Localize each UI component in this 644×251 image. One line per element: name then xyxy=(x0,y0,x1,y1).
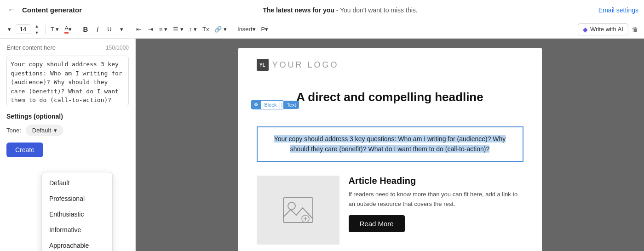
left-panel: Enter content here 150/1000 Settings (op… xyxy=(0,39,136,251)
italic-button[interactable]: I xyxy=(92,23,103,36)
paragraph-label: P xyxy=(261,26,265,33)
tone-chevron-down-icon: ▾ xyxy=(54,127,57,134)
selected-text: Your copy should address 3 key questions… xyxy=(274,135,506,153)
enter-content-label: Enter content here xyxy=(6,44,56,51)
move-handle-icon[interactable]: ✥ xyxy=(251,100,261,109)
badge-separator: | xyxy=(280,100,283,109)
top-bar: ← Content generator The latest news for … xyxy=(0,0,644,20)
logo-row: YL YOUR LOGO xyxy=(257,59,523,71)
canvas-area: YL YOUR LOGO A direct and compelling hea… xyxy=(136,39,644,251)
text-badge: Text xyxy=(283,101,299,109)
selected-text-block[interactable]: Your copy should address 3 key questions… xyxy=(257,126,523,162)
list-button[interactable]: ☰ ▾ xyxy=(171,23,186,36)
panel-title: Content generator xyxy=(22,6,82,14)
toolbar: ▾ ▲ ▼ T ▾ A▾ B I U ▾ ⇤ ⇥ ≡ ▾ ☰ ▾ ↕ ▾ Tx … xyxy=(0,20,644,39)
font-size-control: ▲ ▼ xyxy=(16,23,42,35)
link-button[interactable]: 🔗 ▾ xyxy=(212,23,229,36)
bold-button[interactable]: B xyxy=(80,23,91,36)
clear-format-button[interactable]: Tx xyxy=(200,23,211,36)
article-image xyxy=(257,176,339,245)
block-badge: Block xyxy=(261,100,281,109)
dropdown-item-professional[interactable]: Professional xyxy=(42,191,112,206)
delete-button[interactable]: 🗑 xyxy=(629,23,640,36)
read-more-button[interactable]: Read More xyxy=(349,215,405,232)
email-title: The latest news for you xyxy=(263,6,334,14)
insert-label: Insert xyxy=(237,26,253,33)
dropdown-item-default[interactable]: Default xyxy=(42,175,112,191)
paragraph-button[interactable]: P ▾ xyxy=(259,23,271,36)
underline-button[interactable]: U xyxy=(104,23,115,36)
left-panel-header: Enter content here 150/1000 xyxy=(6,44,129,51)
canvas-header: YL YOUR LOGO xyxy=(238,48,542,86)
email-settings-link[interactable]: Email settings xyxy=(598,6,638,14)
dropdown-item-informative[interactable]: Informative xyxy=(42,222,112,238)
sep-3 xyxy=(130,25,130,34)
article-heading: Article Heading xyxy=(349,176,523,186)
main-layout: Enter content here 150/1000 Settings (op… xyxy=(0,39,644,251)
block-badge-row: ✥ Block | Text xyxy=(251,100,299,109)
toolbar-dropdown-arrow[interactable]: ▾ xyxy=(4,23,15,36)
sep-1 xyxy=(45,25,46,34)
font-size-input[interactable] xyxy=(16,24,30,34)
tone-row: Tone: Default ▾ xyxy=(6,125,129,136)
image-placeholder-icon xyxy=(280,194,316,226)
sep-4 xyxy=(232,25,232,34)
svg-point-1 xyxy=(288,202,295,210)
logo-text: YOUR LOGO xyxy=(272,60,339,70)
align-button[interactable]: ≡ ▾ xyxy=(157,23,170,36)
create-button[interactable]: Create xyxy=(6,143,43,157)
email-canvas: YL YOUR LOGO A direct and compelling hea… xyxy=(238,48,542,251)
tone-dropdown-menu: Default Professional Enthusiastic Inform… xyxy=(41,172,113,251)
dropdown-item-approachable[interactable]: Approachable xyxy=(42,238,112,251)
indent-increase-button[interactable]: ⇥ xyxy=(145,23,156,36)
write-ai-button[interactable]: ◆ Write with AI xyxy=(578,23,628,35)
write-ai-label: Write with AI xyxy=(590,26,623,33)
font-color-icon: A xyxy=(64,25,69,34)
indent-decrease-button[interactable]: ⇤ xyxy=(133,23,144,36)
block-text-container: ✥ Block | Text Your copy should address … xyxy=(257,113,523,162)
font-size-up[interactable]: ▲ xyxy=(31,23,42,29)
email-subtitle: - You don't want to miss this. xyxy=(336,6,418,14)
tone-value: Default xyxy=(32,127,51,134)
underline-options-button[interactable]: ▾ xyxy=(116,23,127,36)
back-button[interactable]: ← xyxy=(6,3,17,17)
article-body: If readers need to know more than you ca… xyxy=(349,190,523,209)
email-title-area: The latest news for you - You don't want… xyxy=(86,6,594,14)
article-section: Article Heading If readers need to know … xyxy=(238,166,542,251)
insert-button[interactable]: Insert ▾ xyxy=(235,23,258,36)
char-count: 150/1000 xyxy=(106,45,129,51)
line-height-button[interactable]: ↕ ▾ xyxy=(187,23,199,36)
font-size-down[interactable]: ▼ xyxy=(31,29,42,35)
font-color-button[interactable]: A▾ xyxy=(62,23,74,36)
tone-select-button[interactable]: Default ▾ xyxy=(26,125,63,136)
svg-rect-0 xyxy=(283,198,313,222)
font-type-button[interactable]: T ▾ xyxy=(48,23,61,36)
content-textarea[interactable] xyxy=(6,56,129,106)
dropdown-item-enthusiastic[interactable]: Enthusiastic xyxy=(42,206,112,222)
sep-2 xyxy=(77,25,77,34)
settings-label: Settings (optional) xyxy=(6,113,129,120)
tone-label: Tone: xyxy=(6,127,21,134)
article-content: Article Heading If readers need to know … xyxy=(349,176,523,233)
logo-box: YL xyxy=(257,59,269,71)
ai-diamond-icon: ◆ xyxy=(583,26,588,33)
